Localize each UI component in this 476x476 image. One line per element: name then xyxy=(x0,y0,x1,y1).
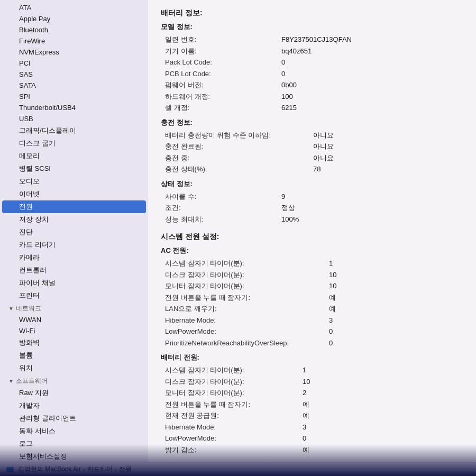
bat-value-7: 예 xyxy=(303,445,309,455)
model-value-4: 0b00 xyxy=(281,80,297,90)
bat-row-1: 디스크 잠자기 타이머(분): 10 xyxy=(165,376,463,388)
ac-row-1: 디스크 잠자기 타이머(분): 10 xyxy=(165,269,463,281)
sidebar-item-disk[interactable]: 디스크 굽기 xyxy=(0,137,148,150)
sidebar-item-usb[interactable]: USB xyxy=(0,113,148,124)
charging-label-3: 충전 상태(%): xyxy=(165,164,313,175)
sidebar-item-sas[interactable]: SAS xyxy=(0,69,148,80)
charging-row-3: 충전 상태(%): 78 xyxy=(165,163,463,175)
breadcrumb-device-icon xyxy=(6,467,14,472)
power-settings-title: 시스템 전원 설정: xyxy=(161,232,463,242)
status-label-1: 조건: xyxy=(165,203,281,213)
sidebar-item-printer[interactable]: 프린터 xyxy=(0,289,148,302)
charging-info-group: 배터리 충전량이 위험 수준 이하임: 아니요 충전 완료됨: 아니요 충전 중… xyxy=(165,130,463,175)
model-value-5: 100 xyxy=(281,91,293,102)
ac-label-6: LowPowerMode: xyxy=(165,326,329,337)
sidebar-item-thunderbolt[interactable]: Thunderbolt/USB4 xyxy=(0,102,148,113)
bat-row-6: LowPowerMode: 0 xyxy=(165,433,463,444)
sidebar-item-card-reader[interactable]: 카드 리더기 xyxy=(0,239,148,251)
ac-row-5: Hibernate Mode: 3 xyxy=(165,315,463,326)
bat-label-5: Hibernate Mode: xyxy=(165,422,303,433)
sidebar-item-bluetooth[interactable]: Bluetooth xyxy=(0,24,148,35)
bat-label-1: 디스크 잠자기 타이머(분): xyxy=(165,377,303,387)
sidebar-item-diagnosis[interactable]: 진단 xyxy=(0,226,148,239)
ac-label-1: 디스크 잠자기 타이머(분): xyxy=(165,270,329,280)
model-label-5: 하드웨어 개정: xyxy=(165,91,281,102)
sidebar-item-spi[interactable]: SPI xyxy=(0,91,148,102)
sidebar-item-managed-client[interactable]: 관리형 클라이언트 xyxy=(0,412,148,425)
sidebar-item-audio[interactable]: 오디오 xyxy=(0,175,148,188)
model-label-1: 기기 이름: xyxy=(165,46,281,57)
sidebar-item-more[interactable]: 보험서비스설정 xyxy=(0,450,148,462)
sidebar-item-controller[interactable]: 컨트롤러 xyxy=(0,264,148,277)
charging-label-1: 충전 완료됨: xyxy=(165,141,313,152)
sidebar-item-firewire[interactable]: FireWire xyxy=(0,35,148,47)
software-section-label: 소프트웨어 xyxy=(16,377,48,386)
sidebar-item-power[interactable]: 전원 xyxy=(2,200,146,213)
model-info-group: 일련 번호: F8Y237501CJ13QFAN 기기 이름: bq40z651… xyxy=(165,34,463,114)
ac-row-2: 모니터 잠자기 타이머(분): 10 xyxy=(165,280,463,292)
ac-label-7: PrioritizeNetworkReachabilityOverSleep: xyxy=(165,338,329,349)
sidebar-item-volume[interactable]: 볼륨 xyxy=(0,349,148,362)
bat-value-2: 2 xyxy=(303,388,306,398)
sidebar-item-location[interactable]: 위치 xyxy=(0,362,148,374)
charging-value-0: 아니요 xyxy=(313,130,334,141)
ac-value-4: 예 xyxy=(329,304,336,314)
sidebar-item-pci[interactable]: PCI xyxy=(0,58,148,69)
sidebar-item-storage[interactable]: 저장 장치 xyxy=(0,213,148,226)
bat-value-1: 10 xyxy=(303,377,310,387)
ac-row-3: 전원 버튼을 누를 때 잠자기: 예 xyxy=(165,292,463,304)
model-value-1: bq40z651 xyxy=(281,46,312,57)
model-value-2: 0 xyxy=(281,57,285,68)
sidebar-item-memory[interactable]: 메모리 xyxy=(0,150,148,162)
sidebar-item-log[interactable]: 로그 xyxy=(0,437,148,450)
bat-label-4: 현재 전원 공급원: xyxy=(165,410,303,421)
sidebar-item-graphics[interactable]: 그래픽/디스플레이 xyxy=(0,124,148,137)
breadcrumb-sep1: › xyxy=(83,466,85,473)
sidebar-item-parallel-scsi[interactable]: 병렬 SCSI xyxy=(0,162,148,175)
charging-row-0: 배터리 충전량이 위험 수준 이하임: 아니요 xyxy=(165,130,463,141)
bat-row-5: Hibernate Mode: 3 xyxy=(165,422,463,433)
model-label-6: 셀 개정: xyxy=(165,103,281,113)
sidebar-item-apple-pay[interactable]: Apple Pay xyxy=(0,13,148,24)
sidebar-item-firewall[interactable]: 방화벽 xyxy=(0,336,148,349)
charging-label-2: 충전 중: xyxy=(165,153,313,163)
status-label-0: 사이클 수: xyxy=(165,191,281,202)
bat-label-3: 전원 버튼을 누를 때 잠자기: xyxy=(165,399,303,410)
model-row-0: 일련 번호: F8Y237501CJ13QFAN xyxy=(165,34,463,45)
sidebar-item-fiber-channel[interactable]: 파이버 채널 xyxy=(0,277,148,289)
sidebar-item-nvmexpress[interactable]: NVMExpress xyxy=(0,47,148,58)
sidebar-item-wifi[interactable]: Wi-Fi xyxy=(0,325,148,336)
ac-value-2: 10 xyxy=(329,281,336,291)
network-section[interactable]: ▼ 네트워크 xyxy=(0,302,148,314)
sidebar-item-sync[interactable]: 동화 서비스 xyxy=(0,425,148,437)
ac-value-3: 예 xyxy=(329,292,336,303)
ac-label-2: 모니터 잠자기 타이머(분): xyxy=(165,281,329,291)
ac-row-0: 시스템 잠자기 타이머(분): 1 xyxy=(165,258,463,269)
battery-power-title: 배터리 전원: xyxy=(161,353,463,362)
status-row-2: 성능 최대치: 100% xyxy=(165,214,463,225)
sidebar-item-wwan[interactable]: WWAN xyxy=(0,314,148,325)
bat-row-2: 모니터 잠자기 타이머(분): 2 xyxy=(165,387,463,399)
bat-value-4: 예 xyxy=(303,410,309,421)
status-label-2: 성능 최대치: xyxy=(165,214,281,225)
network-chevron: ▼ xyxy=(8,306,14,312)
sidebar-item-camera[interactable]: 카메라 xyxy=(0,251,148,264)
sidebar-item-ethernet[interactable]: 이더넷 xyxy=(0,188,148,200)
network-section-label: 네트워크 xyxy=(16,304,41,313)
bat-label-6: LowPowerMode: xyxy=(165,433,303,444)
sidebar-item-sata[interactable]: SATA xyxy=(0,80,148,91)
ac-value-5: 3 xyxy=(329,315,333,326)
breadcrumb-sep2: › xyxy=(115,466,117,473)
model-row-6: 셀 개정: 6215 xyxy=(165,102,463,114)
sidebar-item-raw[interactable]: Raw 지원 xyxy=(0,387,148,399)
charging-value-3: 78 xyxy=(313,164,321,175)
breadcrumb-level2: 전원 xyxy=(119,465,132,474)
ac-label-3: 전원 버튼을 누를 때 잠자기: xyxy=(165,292,329,303)
software-section[interactable]: ▼ 소프트웨어 xyxy=(0,374,148,387)
software-chevron: ▼ xyxy=(8,378,14,384)
sidebar-item-ata[interactable]: ATA xyxy=(0,2,148,13)
sidebar-item-developer[interactable]: 개발자 xyxy=(0,399,148,412)
status-row-1: 조건: 정상 xyxy=(165,202,463,214)
model-row-3: PCB Lot Code: 0 xyxy=(165,68,463,80)
ac-label-4: LAN으로 깨우기: xyxy=(165,304,329,314)
